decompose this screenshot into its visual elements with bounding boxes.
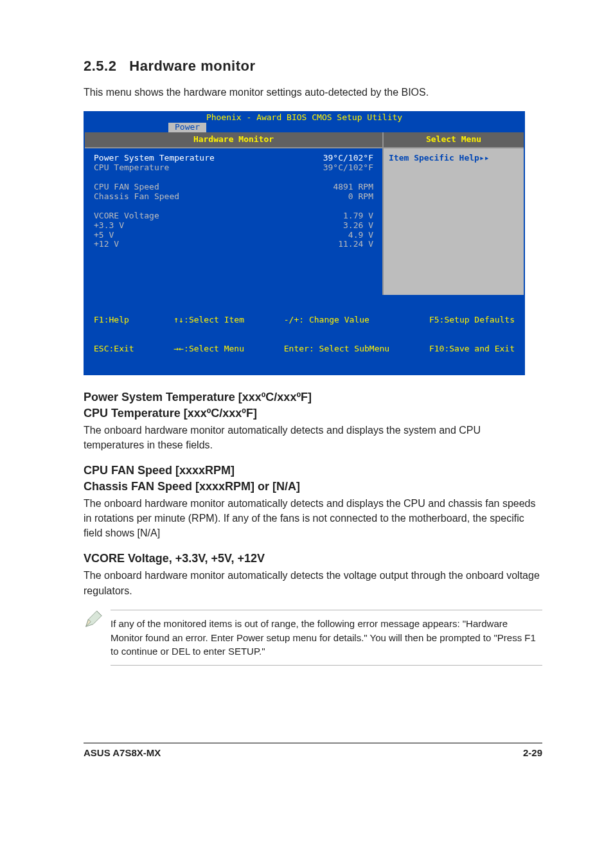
bios-left-panel: Hardware Monitor Power System Temperatur… [85, 132, 384, 295]
footer-page: 2-29 [523, 747, 542, 758]
bios-row: Chassis Fan Speed0 RPM [94, 192, 373, 202]
bios-row: CPU FAN Speed4891 RPM [94, 182, 373, 192]
bios-legend: F1:Help ESC:Exit ↑↓:Select Item →←:Selec… [85, 295, 524, 374]
bios-row-value: 0 RPM [348, 192, 373, 202]
bios-screenshot: Phoenix - Award BIOS CMOS Setup Utility … [84, 111, 525, 375]
legend-esc: ESC:Exit [94, 344, 134, 354]
bios-row-label: +5 V [94, 231, 114, 240]
body-temp: The onboard hardware monitor automatical… [84, 423, 542, 452]
bios-tab-row: Power [85, 123, 524, 132]
bios-row-value: 1.79 V [343, 211, 373, 221]
subheading-vcore: VCORE Voltage, +3.3V, +5V, +12V [84, 552, 542, 565]
note-pencil-icon [84, 610, 111, 666]
footer-product: ASUS A7S8X-MX [84, 747, 161, 758]
bios-row: Power System Temperature39°C/102°F [94, 154, 373, 163]
bios-row [94, 202, 373, 211]
subheading-cpu-temp: CPU Temperature [xxxºC/xxxºF] [84, 407, 542, 420]
bios-left-header: Hardware Monitor [85, 132, 382, 148]
bios-row: CPU Temperature39°C/102°F [94, 163, 373, 173]
section-intro: This menu shows the hardware monitor set… [84, 85, 542, 100]
bios-right-header: Select Menu [384, 132, 524, 148]
legend-change-value: -/+: Change Value [284, 315, 389, 325]
legend-f10: F10:Save and Exit [429, 344, 515, 354]
bios-row-label: VCORE Voltage [94, 211, 159, 221]
bios-row-value: 39°C/102°F [323, 154, 373, 163]
bios-right-panel: Select Menu Item Specific Help▸▸ [384, 132, 524, 295]
bios-help-text: Item Specific Help [389, 153, 479, 163]
page-footer: ASUS A7S8X-MX 2-29 [84, 743, 542, 758]
bios-row: +5 V4.9 V [94, 231, 373, 240]
bios-row: +3.3 V3.26 V [94, 221, 373, 231]
legend-select-menu: →←:Select Menu [173, 344, 244, 354]
body-fan: The onboard hardware monitor automatical… [84, 496, 542, 541]
bios-utility-title: Phoenix - Award BIOS CMOS Setup Utility [85, 112, 524, 123]
legend-select-item: ↑↓:Select Item [173, 315, 244, 325]
legend-f1: F1:Help [94, 315, 134, 325]
bios-row-value: 3.26 V [343, 221, 373, 231]
forward-arrow-icon: ▸▸ [479, 153, 490, 163]
bios-row-value: 39°C/102°F [323, 163, 373, 173]
bios-row [94, 173, 373, 182]
bios-row-value: 11.24 V [338, 240, 373, 249]
bios-row-label: CPU Temperature [94, 163, 169, 173]
subheading-chassis-fan: Chassis FAN Speed [xxxxRPM] or [N/A] [84, 480, 542, 493]
bios-tab-power: Power [168, 123, 206, 132]
bios-row-value: 4891 RPM [333, 182, 373, 192]
bios-row: VCORE Voltage1.79 V [94, 211, 373, 221]
legend-f5: F5:Setup Defaults [429, 315, 515, 325]
section-number: 2.5.2 [84, 58, 116, 74]
note-text: If any of the monitored items is out of … [111, 610, 542, 666]
bios-row-label: Power System Temperature [94, 154, 215, 163]
bios-row-label: +12 V [94, 240, 119, 249]
bios-row-label: +3.3 V [94, 221, 124, 231]
section-title: Hardware monitor [129, 58, 255, 74]
section-heading: 2.5.2 Hardware monitor [84, 58, 542, 75]
legend-select-submenu: Enter: Select SubMenu [284, 344, 389, 354]
body-vcore: The onboard hardware monitor automatical… [84, 568, 542, 598]
bios-row: +12 V11.24 V [94, 240, 373, 249]
bios-row-label: Chassis Fan Speed [94, 192, 179, 202]
bios-row-label: CPU FAN Speed [94, 182, 159, 192]
subheading-power-temp: Power System Temperature [xxxºC/xxxºF] [84, 391, 542, 404]
subheading-cpu-fan: CPU FAN Speed [xxxxRPM] [84, 464, 542, 477]
note-block: If any of the monitored items is out of … [84, 610, 542, 666]
bios-row-value: 4.9 V [348, 231, 373, 240]
